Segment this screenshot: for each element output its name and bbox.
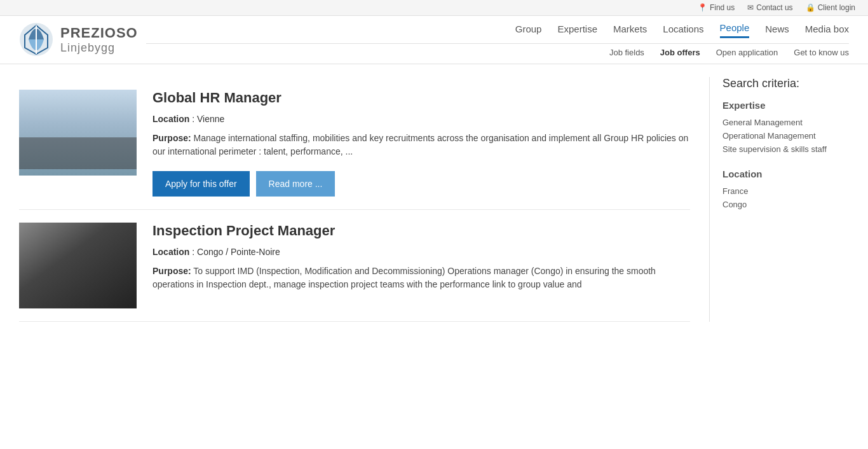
job-purpose: Purpose: Manage international staffing, … xyxy=(153,132,690,158)
nav-area: Group Expertise Markets Locations People… xyxy=(146,22,849,61)
nav-locations[interactable]: Locations xyxy=(663,24,703,38)
sidebar-expertise-item[interactable]: Site supervision & skills staff xyxy=(722,142,849,156)
nav-sub: Job fields Job offers Open application G… xyxy=(146,43,849,61)
job-location-separator: : xyxy=(192,247,197,257)
job-details: Global HR Manager Location : Vienne Purp… xyxy=(153,90,690,197)
nav-sub-joboffers[interactable]: Job offers xyxy=(660,48,700,57)
find-us-link[interactable]: 📍 Find us xyxy=(698,3,735,12)
top-bar: 📍 Find us ✉ Contact us 🔒 Client login xyxy=(0,0,868,16)
nav-markets[interactable]: Markets xyxy=(613,24,647,38)
nav-sub-openapplication[interactable]: Open application xyxy=(716,48,778,57)
job-purpose-text: Manage international staffing, mobilitie… xyxy=(153,133,688,156)
job-location: Location : Vienne xyxy=(153,114,690,124)
content-area: Global HR Manager Location : Vienne Purp… xyxy=(19,77,690,322)
logo[interactable]: PREZIOSO Linjebygg xyxy=(19,22,146,64)
nav-main: Group Expertise Markets Locations People… xyxy=(515,22,849,43)
job-item: Global HR Manager Location : Vienne Purp… xyxy=(19,77,690,210)
job-purpose: Purpose: To support IMD (Inspection, Mod… xyxy=(153,265,690,291)
nav-news[interactable]: News xyxy=(765,24,789,38)
sidebar-location-item[interactable]: Congo xyxy=(722,198,849,211)
sidebar-expertise-item[interactable]: Operational Management xyxy=(722,129,849,142)
job-image-worker xyxy=(19,223,137,308)
job-actions: Apply for this offer Read more ... xyxy=(153,171,690,197)
nav-sub-jobfields[interactable]: Job fields xyxy=(609,48,644,57)
logo-text: PREZIOSO Linjebygg xyxy=(60,25,138,55)
sidebar-title: Search criteria: xyxy=(722,77,849,90)
nav-sub-gettoknowyou[interactable]: Get to know us xyxy=(794,48,849,57)
contact-us-link[interactable]: ✉ Contact us xyxy=(747,3,792,12)
main-container: Global HR Manager Location : Vienne Purp… xyxy=(0,64,868,335)
sidebar-expertise-label: Expertise xyxy=(722,100,849,111)
job-location: Location : Congo / Pointe-Noire xyxy=(153,247,690,257)
client-login-link[interactable]: 🔒 Client login xyxy=(806,3,855,12)
job-purpose-text: To support IMD (Inspection, Modification… xyxy=(153,266,656,289)
sidebar-expertise-item[interactable]: General Management xyxy=(722,116,849,129)
location-icon: 📍 xyxy=(698,3,707,12)
job-title: Inspection Project Manager xyxy=(153,223,690,239)
header: PREZIOSO Linjebygg Group Expertise Marke… xyxy=(0,16,868,64)
nav-group[interactable]: Group xyxy=(515,24,542,38)
sidebar-expertise-list: General Management Operational Managemen… xyxy=(722,116,849,156)
sidebar-location-label: Location xyxy=(722,169,849,179)
job-image-conference xyxy=(19,90,137,176)
nav-mediabox[interactable]: Media box xyxy=(805,24,849,38)
job-item: Inspection Project Manager Location : Co… xyxy=(19,210,690,322)
nav-expertise[interactable]: Expertise xyxy=(557,24,597,38)
sidebar-location-item[interactable]: France xyxy=(722,184,849,198)
apply-button[interactable]: Apply for this offer xyxy=(153,171,250,197)
job-location-value: : xyxy=(192,114,197,124)
sidebar: Search criteria: Expertise General Manag… xyxy=(709,77,849,322)
mail-icon: ✉ xyxy=(747,3,754,12)
sidebar-expertise-section: Expertise General Management Operational… xyxy=(722,100,849,156)
sidebar-location-section: Location France Congo xyxy=(722,169,849,211)
logo-icon xyxy=(19,22,54,57)
readmore-button[interactable]: Read more ... xyxy=(256,171,336,197)
job-title: Global HR Manager xyxy=(153,90,690,106)
sidebar-location-list: France Congo xyxy=(722,184,849,211)
lock-icon: 🔒 xyxy=(806,3,815,12)
nav-people[interactable]: People xyxy=(720,22,750,38)
job-details: Inspection Project Manager Location : Co… xyxy=(153,223,690,308)
